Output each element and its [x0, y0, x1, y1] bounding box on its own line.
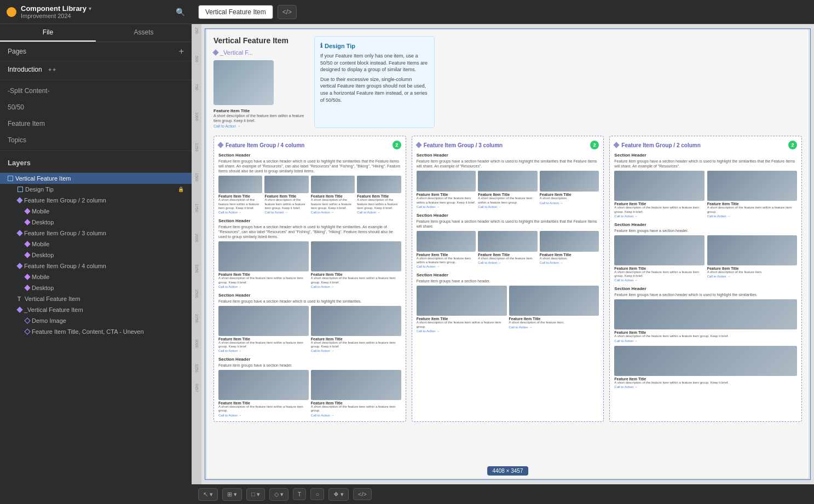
group-4col-icon — [217, 142, 223, 148]
group-3col-badge: 2 — [590, 141, 599, 149]
component-label: _Vertical F... — [213, 49, 307, 56]
cta-link[interactable]: Call to Action → — [311, 414, 401, 417]
canvas-area[interactable]: 250 500 750 1000 1250 1500 1750 2000 225… — [192, 24, 814, 484]
layer-vertical-feature-item[interactable]: Vertical Feature Item — [0, 173, 192, 184]
layer-fig2col-desktop[interactable]: Desktop — [0, 217, 192, 228]
cta-link[interactable]: Call to Action → — [417, 205, 476, 208]
group-3col-header: Feature Item Group / 3 column 2 — [417, 141, 599, 149]
cta-link[interactable]: Call to Action → — [417, 329, 507, 333]
app-title: Component Library — [21, 4, 86, 13]
select-tool-btn[interactable]: ↖ ▾ — [198, 488, 218, 501]
sidebar-item-introduction[interactable]: Introduction ✦✦ — [0, 61, 192, 78]
component-icon-9 — [24, 285, 30, 291]
cta-link[interactable]: Call to Action → — [311, 349, 401, 352]
item-card: Feature Item TitleA short description of… — [614, 235, 704, 282]
layer-vertical-text[interactable]: T Vertical Feature Item — [0, 293, 192, 304]
sidebar-item-split-content[interactable]: -Split Content- — [0, 83, 192, 99]
frame-icon-2 — [18, 187, 23, 192]
item-card-single: Feature Item Title A short description o… — [614, 299, 797, 342]
layer-fig3col-desktop[interactable]: Desktop — [0, 250, 192, 260]
frame-icon-tool: ⊞ — [227, 491, 232, 498]
search-button[interactable]: 🔍 — [176, 8, 185, 16]
cta-link[interactable]: Call to Action → — [707, 215, 797, 218]
canvas-tab-code[interactable]: </> — [278, 5, 297, 19]
cta-link[interactable]: Call to Action → — [540, 201, 599, 205]
cta-link[interactable]: Call to Action → — [417, 265, 476, 268]
pen-tool-btn[interactable]: ◇ ▾ — [269, 488, 288, 501]
cta-link[interactable]: Call to Action → — [540, 261, 599, 264]
rect-tool-btn[interactable]: □ ▾ — [246, 488, 265, 501]
item-cta-preview[interactable]: Call to Action → — [213, 124, 307, 128]
cta-link[interactable]: Call to Action → — [218, 285, 309, 288]
item-card: Feature Item TitleA short description of… — [707, 171, 797, 217]
layer-fig4col[interactable]: Feature Item Group / 4 column — [0, 260, 192, 271]
canvas-scroll-area[interactable]: Vertical Feature Item _Vertical F... Fea… — [201, 24, 814, 484]
component-icon-7 — [16, 263, 22, 269]
item-card: Feature Item TitleA short description.Ca… — [540, 171, 599, 208]
tab-assets[interactable]: Assets — [96, 24, 192, 42]
cta-link[interactable]: Call to Action → — [614, 279, 704, 282]
cta-link[interactable]: Call to Action → — [311, 211, 355, 214]
items-4col-row4: Feature Item TitleA short description of… — [218, 370, 401, 416]
layer-fig4col-desktop[interactable]: Desktop — [0, 282, 192, 293]
component-icon-11 — [24, 317, 30, 323]
group-2col-section2: Section Header Feature item groups have … — [614, 222, 797, 282]
layer-demo-image[interactable]: Demo Image — [0, 315, 192, 326]
pen-icon: ◇ — [274, 491, 279, 498]
vfi-card: Vertical Feature Item _Vertical F... Fea… — [213, 36, 307, 128]
cta-link[interactable]: Call to Action → — [311, 285, 401, 288]
group-4col-section4: Section Header Feature item groups have … — [218, 357, 401, 416]
component-tool-btn[interactable]: ❖ ▾ — [328, 488, 349, 501]
items-4col-row1: Feature Item TitleA short description of… — [218, 176, 401, 214]
cta-link[interactable]: Call to Action → — [218, 349, 309, 352]
item-card: Feature Item TitleA short description of… — [417, 171, 476, 208]
items-2col-row1: Feature Item TitleA short description of… — [614, 171, 797, 217]
comment-tool-btn[interactable]: ○ — [310, 488, 324, 500]
toolbar-tools: ↖ ▾ ⊞ ▾ □ ▾ ◇ ▾ T ○ ❖ ▾ — [198, 488, 372, 501]
cta-link[interactable]: Call to Action → — [614, 215, 704, 218]
cta-link[interactable]: Call to Action → — [478, 261, 538, 264]
layer-fig4col-mobile[interactable]: Mobile — [0, 271, 192, 282]
component-icon-12 — [24, 328, 30, 334]
component-icon-4 — [16, 230, 22, 236]
code-tool-btn[interactable]: </> — [353, 488, 372, 500]
cta-link[interactable]: Call to Action → — [614, 385, 797, 389]
layer-design-tip[interactable]: Design Tip 🔒 — [0, 184, 192, 195]
select-icon: ↖ — [203, 491, 208, 498]
tab-file[interactable]: File — [0, 24, 96, 42]
cta-link[interactable]: Call to Action → — [707, 275, 797, 278]
feature-group-4col: Feature Item Group / 4 column 2 Section … — [213, 136, 406, 421]
cta-link[interactable]: Call to Action → — [478, 205, 538, 208]
layer-feature-item-title[interactable]: Feature Item Title, Content, CTA - Uneve… — [0, 326, 192, 337]
component-icon-10 — [16, 306, 22, 312]
sidebar-item-feature-item[interactable]: Feature Item — [0, 115, 192, 132]
frame-tool-btn[interactable]: ⊞ ▾ — [222, 488, 242, 501]
layer-fig3col[interactable]: Feature Item Group / 3 column — [0, 228, 192, 239]
cta-link[interactable]: Call to Action → — [218, 211, 262, 214]
group-4col-section1: Section Header Feature item groups have … — [218, 153, 401, 214]
cta-link[interactable]: Call to Action → — [614, 339, 797, 343]
frame-icon — [8, 176, 13, 181]
cta-link[interactable]: Call to Action → — [357, 211, 401, 214]
cta-link[interactable]: Call to Action → — [509, 326, 599, 329]
diamond-icon — [212, 49, 218, 55]
layer-vertical-component[interactable]: _Vertical Feature Item — [0, 304, 192, 315]
vertical-ruler: 250 500 750 1000 1250 1500 1750 2000 225… — [192, 24, 201, 484]
item-card: Feature Item TitleA short description of… — [478, 231, 538, 268]
item-card: Feature Item TitleA short description of… — [357, 176, 401, 214]
sidebar-item-topics[interactable]: Topics — [0, 132, 192, 148]
cta-link[interactable]: Call to Action → — [218, 414, 309, 417]
add-page-button[interactable]: + — [179, 47, 184, 56]
design-tip-body1: If your Feature Item only has one item, … — [320, 53, 429, 73]
nav-divider-2 — [0, 150, 192, 151]
group-3col-section3: Section Header Feature item groups have … — [417, 273, 599, 332]
cta-link[interactable]: Call to Action → — [264, 211, 308, 214]
layer-fig2col-mobile[interactable]: Mobile — [0, 206, 192, 217]
sidebar-item-5050[interactable]: 50/50 — [0, 99, 192, 115]
text-tool-btn[interactable]: T — [293, 488, 307, 500]
canvas-tab-vfi[interactable]: Vertical Feature Item — [198, 5, 273, 19]
layer-fig2col[interactable]: Feature Item Group / 2 column — [0, 195, 192, 206]
group-2col-section1: Section Header Feature item groups have … — [614, 153, 797, 218]
layer-fig3col-mobile[interactable]: Mobile — [0, 239, 192, 250]
component-icon — [16, 197, 22, 203]
